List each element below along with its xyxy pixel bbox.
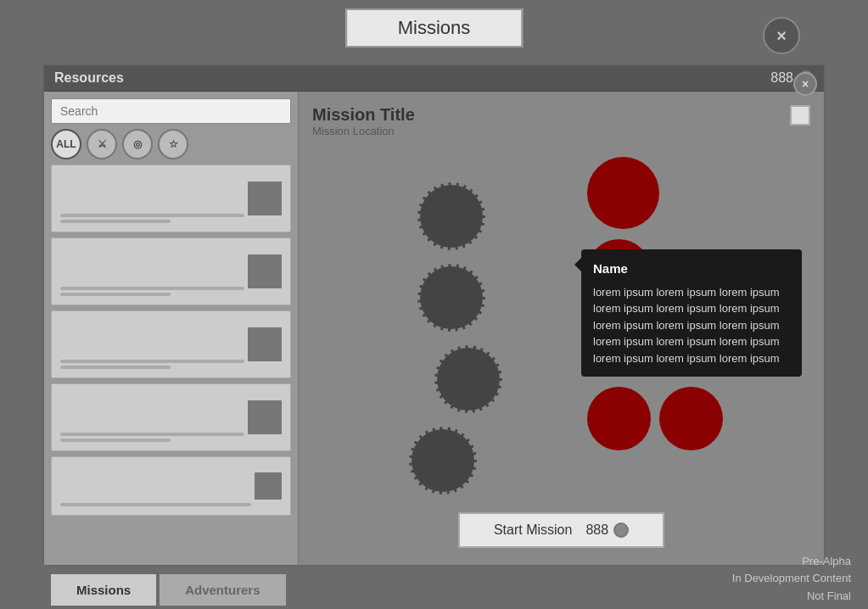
inner-close-button[interactable]: × [793, 72, 817, 96]
content-area: ALL ⚔ ◎ ☆ [44, 92, 824, 565]
shield-icon: ◎ [133, 138, 142, 150]
mission-item-thumb [248, 254, 282, 288]
mission-item-content [57, 389, 248, 445]
filter-star-button[interactable]: ☆ [158, 129, 188, 159]
star-icon: ☆ [169, 138, 178, 150]
close-icon: × [776, 26, 787, 46]
mission-location: Mission Location [312, 125, 810, 137]
start-mission-button[interactable]: Start Mission 888 [458, 512, 664, 548]
tab-adventurers[interactable]: Adventurers [160, 574, 285, 606]
search-input[interactable] [51, 98, 291, 124]
resources-label: Resources [54, 70, 124, 86]
tooltip-text: lorem ipsum lorem ipsum lorem ipsum lore… [593, 284, 790, 367]
mission-item-content [57, 462, 255, 510]
mission-item-content [57, 243, 248, 299]
mission-item-content [57, 316, 248, 372]
filter-all-label: ALL [56, 138, 76, 150]
mission-item-thumb [248, 182, 282, 215]
mission-area: Mission Title Mission Location [299, 92, 824, 565]
start-mission-cost: 888 [585, 522, 629, 538]
tooltip-title: Name [593, 260, 790, 279]
mission-item-thumb [255, 472, 282, 500]
sidebar: ALL ⚔ ◎ ☆ [44, 92, 299, 565]
start-mission-label: Start Mission [494, 522, 572, 538]
start-mission-bar: Start Mission 888 [312, 504, 810, 551]
mission-item-content [57, 170, 248, 226]
mission-title: Mission Title [312, 105, 810, 125]
dark-circle [409, 427, 477, 494]
mission-list [51, 165, 291, 558]
dark-circle [417, 182, 485, 250]
modal-titlebar: Missions [345, 8, 524, 47]
circles-area: Name lorem ipsum lorem ipsum lorem ipsum… [312, 148, 810, 504]
sword-icon: ⚔ [98, 138, 107, 150]
main-panel: Resources 888 × ALL ⚔ ◎ [42, 64, 826, 567]
resources-bar: Resources 888 [44, 65, 824, 92]
mission-item-thumb [248, 400, 282, 434]
dark-circle [434, 345, 502, 413]
resources-amount: 888 [770, 70, 793, 86]
filter-buttons: ALL ⚔ ◎ ☆ [51, 129, 291, 159]
cost-coin-icon [613, 522, 629, 538]
window-title: Missions [398, 17, 471, 38]
red-circle [659, 387, 723, 450]
dark-circle [417, 264, 485, 332]
tab-missions[interactable]: Missions [51, 574, 156, 606]
mission-checkbox[interactable] [790, 105, 810, 126]
mission-item-thumb [248, 327, 282, 361]
filter-shield-button[interactable]: ◎ [122, 129, 153, 159]
tooltip-box: Name lorem ipsum lorem ipsum lorem ipsum… [581, 249, 802, 377]
outer-close-button[interactable]: × [763, 17, 800, 54]
list-item[interactable] [51, 165, 291, 232]
list-item[interactable] [51, 310, 291, 378]
inner-close-icon: × [802, 77, 809, 91]
list-item[interactable] [51, 383, 291, 451]
pre-alpha-text: Pre-Alpha In Development Content Not Fin… [732, 553, 851, 606]
red-circle [587, 387, 651, 450]
list-item[interactable] [51, 237, 291, 305]
mission-header: Mission Title Mission Location [312, 105, 810, 137]
red-circle [587, 157, 659, 229]
list-item[interactable] [51, 456, 291, 516]
filter-all-button[interactable]: ALL [51, 129, 81, 159]
dark-circles-column [400, 157, 502, 494]
filter-sword-button[interactable]: ⚔ [87, 129, 117, 159]
